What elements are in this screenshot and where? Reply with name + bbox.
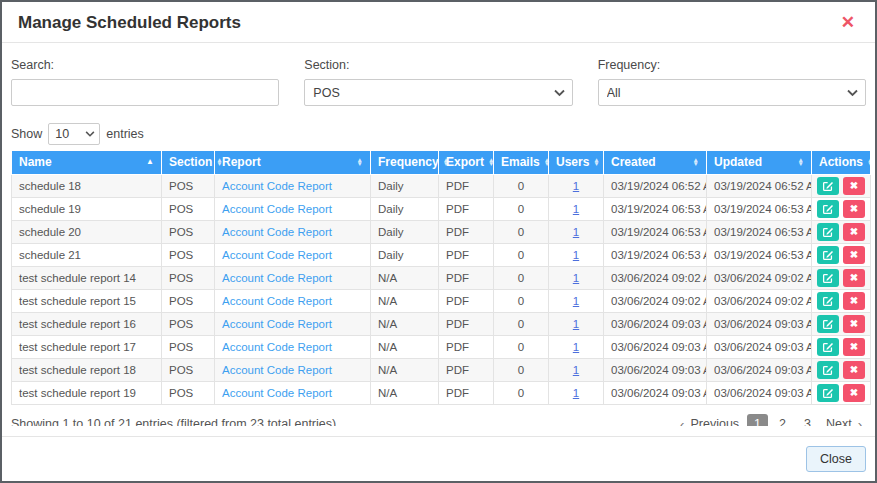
delete-button[interactable]: ✖ <box>843 315 865 333</box>
users-count-link[interactable]: 1 <box>573 180 579 192</box>
column-header-name[interactable]: Name▲ <box>12 151 162 174</box>
edit-button[interactable] <box>817 246 839 264</box>
delete-x-icon: ✖ <box>850 295 858 306</box>
sort-both-icon: ▲▼ <box>798 158 804 167</box>
cell-actions: ✖ <box>812 243 871 266</box>
users-count-link[interactable]: 1 <box>573 364 579 376</box>
users-count-link[interactable]: 1 <box>573 249 579 261</box>
users-count-link[interactable]: 1 <box>573 272 579 284</box>
delete-button[interactable]: ✖ <box>843 269 865 287</box>
delete-x-icon: ✖ <box>850 180 858 191</box>
sort-asc-icon: ▲ <box>146 158 154 166</box>
cell-section: POS <box>162 381 215 404</box>
users-count-link[interactable]: 1 <box>573 203 579 215</box>
delete-button[interactable]: ✖ <box>843 384 865 402</box>
cell-emails: 0 <box>494 174 549 197</box>
pagination-page-2[interactable]: 2 <box>772 414 793 426</box>
delete-button[interactable]: ✖ <box>843 177 865 195</box>
users-count-link[interactable]: 1 <box>573 295 579 307</box>
column-label: Report <box>222 155 261 169</box>
report-link[interactable]: Account Code Report <box>222 295 332 307</box>
delete-button[interactable]: ✖ <box>843 200 865 218</box>
cell-section: POS <box>162 197 215 220</box>
cell-emails: 0 <box>494 335 549 358</box>
sort-both-icon: ▲▼ <box>593 158 599 167</box>
sort-both-icon: ▲▼ <box>693 158 699 167</box>
column-label: Name <box>19 155 52 169</box>
report-link[interactable]: Account Code Report <box>222 180 332 192</box>
cell-created: 03/19/2024 06:53 AM <box>604 197 707 220</box>
edit-button[interactable] <box>817 338 839 356</box>
delete-button[interactable]: ✖ <box>843 223 865 241</box>
cell-report: Account Code Report <box>215 243 371 266</box>
cell-updated: 03/06/2024 09:02 AM <box>707 289 812 312</box>
table-row: schedule 19POSAccount Code ReportDailyPD… <box>12 197 871 220</box>
users-count-link[interactable]: 1 <box>573 341 579 353</box>
edit-button[interactable] <box>817 177 839 195</box>
users-count-link[interactable]: 1 <box>573 387 579 399</box>
frequency-select[interactable]: All <box>598 79 866 106</box>
cell-export: PDF <box>439 358 494 381</box>
edit-button[interactable] <box>817 315 839 333</box>
close-button[interactable]: Close <box>806 446 866 472</box>
column-header-updated[interactable]: Updated▲▼ <box>707 151 812 174</box>
column-header-actions[interactable]: Actions▲▼ <box>812 151 871 174</box>
column-header-section[interactable]: Section▲▼ <box>162 151 215 174</box>
column-header-emails[interactable]: Emails▲▼ <box>494 151 549 174</box>
search-filter: Search: <box>11 58 279 106</box>
report-link[interactable]: Account Code Report <box>222 203 332 215</box>
cell-export: PDF <box>439 381 494 404</box>
column-header-created[interactable]: Created▲▼ <box>604 151 707 174</box>
edit-button[interactable] <box>817 292 839 310</box>
cell-actions: ✖ <box>812 266 871 289</box>
report-link[interactable]: Account Code Report <box>222 318 332 330</box>
edit-button[interactable] <box>817 384 839 402</box>
cell-emails: 0 <box>494 266 549 289</box>
column-label: Section <box>169 155 212 169</box>
cell-export: PDF <box>439 289 494 312</box>
delete-button[interactable]: ✖ <box>843 246 865 264</box>
edit-button[interactable] <box>817 361 839 379</box>
cell-actions: ✖ <box>812 174 871 197</box>
edit-button[interactable] <box>817 200 839 218</box>
frequency-filter: Frequency: All <box>598 58 866 106</box>
pagination-previous[interactable]: ‹Previous <box>676 414 743 427</box>
report-link[interactable]: Account Code Report <box>222 226 332 238</box>
cell-actions: ✖ <box>812 197 871 220</box>
cell-emails: 0 <box>494 381 549 404</box>
users-count-link[interactable]: 1 <box>573 318 579 330</box>
report-link[interactable]: Account Code Report <box>222 272 332 284</box>
report-link[interactable]: Account Code Report <box>222 249 332 261</box>
column-header-users[interactable]: Users▲▼ <box>549 151 604 174</box>
edit-button[interactable] <box>817 223 839 241</box>
entries-per-page-select[interactable]: 10 <box>48 123 100 145</box>
cell-section: POS <box>162 266 215 289</box>
close-icon[interactable]: ✕ <box>837 12 859 33</box>
column-header-report[interactable]: Report▲▼ <box>215 151 371 174</box>
pagination-page-1[interactable]: 1 <box>747 414 768 426</box>
search-input[interactable] <box>11 79 279 106</box>
edit-icon <box>822 249 834 261</box>
delete-button[interactable]: ✖ <box>843 361 865 379</box>
section-select[interactable]: POS <box>304 79 572 106</box>
entries-length-control: Show 10 entries <box>11 123 866 145</box>
delete-button[interactable]: ✖ <box>843 292 865 310</box>
edit-icon <box>822 318 834 330</box>
cell-name: test schedule report 19 <box>12 381 162 404</box>
report-link[interactable]: Account Code Report <box>222 387 332 399</box>
column-header-export[interactable]: Export▲▼ <box>439 151 494 174</box>
delete-button[interactable]: ✖ <box>843 338 865 356</box>
users-count-link[interactable]: 1 <box>573 226 579 238</box>
cell-actions: ✖ <box>812 381 871 404</box>
show-label: Show <box>11 127 42 141</box>
edit-button[interactable] <box>817 269 839 287</box>
pagination-page-3[interactable]: 3 <box>797 414 818 426</box>
report-link[interactable]: Account Code Report <box>222 364 332 376</box>
delete-x-icon: ✖ <box>850 226 858 237</box>
pagination-next[interactable]: Next› <box>822 414 866 427</box>
cell-frequency: N/A <box>371 381 439 404</box>
cell-frequency: N/A <box>371 312 439 335</box>
report-link[interactable]: Account Code Report <box>222 341 332 353</box>
table-row: test schedule report 14POSAccount Code R… <box>12 266 871 289</box>
column-header-frequency[interactable]: Frequency▲▼ <box>371 151 439 174</box>
